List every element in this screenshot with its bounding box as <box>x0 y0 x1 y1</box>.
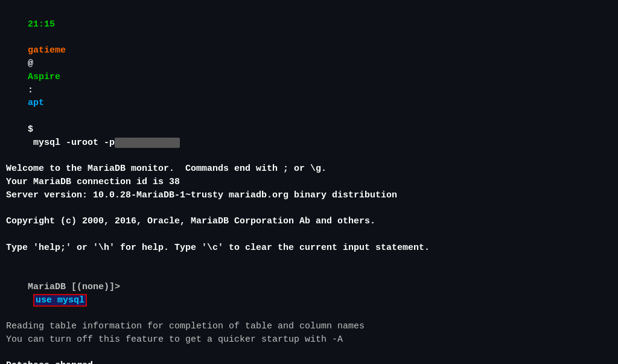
prompt-colon: : <box>28 85 33 95</box>
reading-line2: You can turn off this feature to get a q… <box>6 333 612 346</box>
empty-2 <box>6 228 612 241</box>
db-changed-line: Database changed <box>6 359 612 364</box>
prompt-dir: apt <box>28 98 44 108</box>
prompt-host: Aspire <box>28 72 60 82</box>
use-mysql-line: MariaDB [(none)]> use mysql <box>6 267 612 320</box>
password-hidden: •••••••••••• <box>115 138 180 148</box>
connection-id-line: Your MariaDB connection id is 38 <box>6 176 612 189</box>
welcome-line: Welcome to the MariaDB monitor. Commands… <box>6 162 612 176</box>
prompt-separator1 <box>28 33 33 43</box>
help-line: Type 'help;' or '\h' for help. Type '\c'… <box>6 241 612 255</box>
login-command: mysql -uroot -p <box>28 138 115 148</box>
reading-line1: Reading table information for completion… <box>6 320 612 333</box>
prompt-none: MariaDB [(none)]> <box>28 282 120 292</box>
empty-1 <box>6 202 612 215</box>
prompt-space <box>28 111 33 121</box>
copyright-line: Copyright (c) 2000, 2016, Oracle, MariaD… <box>6 215 612 228</box>
prompt-at: @ <box>28 59 33 69</box>
server-version-line: Server version: 10.0.28-MariaDB-1~trusty… <box>6 189 612 202</box>
terminal-window: 21:15 gatieme @ Aspire : apt $ mysql -ur… <box>6 5 612 359</box>
empty-4 <box>6 346 612 360</box>
empty-3 <box>6 254 612 267</box>
prompt-user: gatieme <box>28 45 66 56</box>
prompt-space2 <box>28 295 33 305</box>
prompt-dollar: $ <box>28 124 33 135</box>
login-prompt-line: 21:15 gatieme @ Aspire : apt $ mysql -ur… <box>6 5 612 162</box>
prompt-time: 21:15 <box>28 19 55 30</box>
use-mysql-command: use mysql <box>33 294 87 307</box>
